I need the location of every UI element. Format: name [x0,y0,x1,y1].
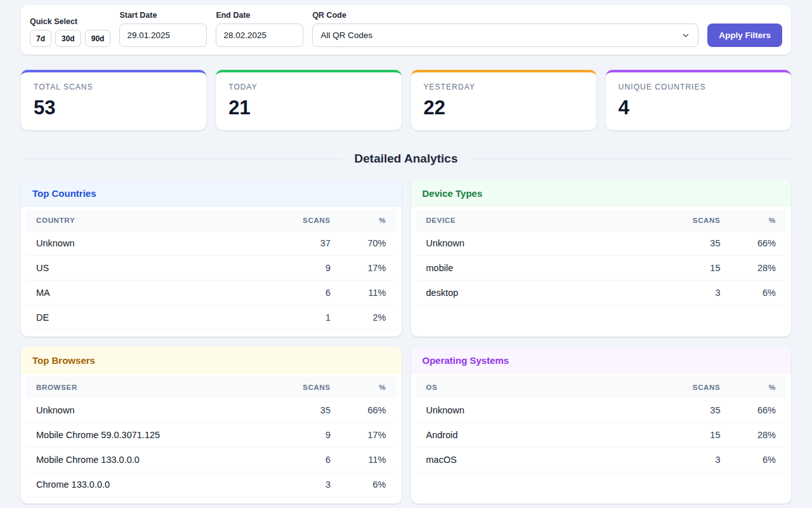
filter-bar: Quick Select 7d 30d 90d Start Date End D… [21,5,791,55]
table-row: Unknown3770% [26,231,396,256]
table-cell: 6% [341,472,396,497]
table-cell: Unknown [416,231,642,256]
quick-90d-button[interactable]: 90d [85,30,111,47]
table-cell: 1 [252,305,341,330]
table-row: Chrome 133.0.0.036% [26,472,396,497]
table-cell: 11% [341,281,396,305]
stat-value: 22 [424,98,584,117]
table-cell: 3 [641,448,730,472]
column-header: OS [416,377,642,398]
table-cell: 28% [730,256,786,281]
quick-select-group: Quick Select 7d 30d 90d [30,17,110,47]
table-header-row: BROWSERSCANS% [26,377,396,398]
table-cell: 15 [641,256,730,281]
table-card-top-browsers: Top Browsers BROWSERSCANS% Unknown3566%M… [21,347,402,504]
table-header-row: COUNTRYSCANS% [26,210,396,231]
table-cell: DE [26,305,252,330]
table-header-row: OSSCANS% [416,377,787,398]
table-card-header: Top Browsers [21,347,402,374]
top-browsers-table: BROWSERSCANS% Unknown3566%Mobile Chrome … [26,377,396,497]
qr-code-selected-value: All QR Codes [320,30,372,40]
table-card-top-countries: Top Countries COUNTRYSCANS% Unknown3770%… [21,180,402,337]
stat-card-today: TODAY 21 [216,70,401,130]
table-card-body: DEVICESCANS% Unknown3566%mobile1528%desk… [411,207,792,312]
column-header: % [341,210,396,231]
table-cell: MA [26,281,252,305]
table-card-title: Device Types [422,188,780,199]
table-cell: Mobile Chrome 59.0.3071.125 [26,423,252,448]
table-card-body: BROWSERSCANS% Unknown3566%Mobile Chrome … [21,374,402,504]
table-row: Unknown3566% [416,398,787,423]
operating-systems-table: OSSCANS% Unknown3566%Android1528%macOS36… [416,377,787,472]
table-cell: 35 [641,231,730,256]
device-types-table: DEVICESCANS% Unknown3566%mobile1528%desk… [416,210,787,305]
end-date-input[interactable] [216,23,303,47]
qr-code-label: QR Code [312,11,698,20]
table-row: Unknown3566% [416,231,787,256]
table-cell: 28% [730,423,786,448]
section-title: Detailed Analytics [355,152,458,166]
table-row: macOS36% [416,448,787,472]
table-card-header: Device Types [411,180,792,207]
column-header: SCANS [252,377,341,398]
divider-line [470,159,791,159]
table-cell: 37 [252,231,341,256]
stat-value: 53 [34,98,193,117]
table-cell: 3 [252,472,341,497]
table-cell: Unknown [416,398,642,423]
stat-label: TOTAL SCANS [34,83,193,91]
table-cell: 66% [730,231,786,256]
table-card-header: Operating Systems [411,347,792,374]
stats-row: TOTAL SCANS 53 TODAY 21 YESTERDAY 22 UNI… [21,70,791,130]
start-date-input[interactable] [119,23,207,47]
table-cell: US [26,256,252,281]
stat-label: YESTERDAY [424,83,584,91]
column-header: % [730,210,786,231]
divider-line [21,159,342,159]
qr-code-select[interactable]: All QR Codes [312,23,698,47]
apply-filters-button[interactable]: Apply Filters [707,23,782,47]
table-card-device-types: Device Types DEVICESCANS% Unknown3566%mo… [411,180,792,337]
quick-7d-button[interactable]: 7d [30,30,51,47]
table-cell: mobile [416,256,642,281]
table-cell: 6 [252,281,341,305]
quick-30d-button[interactable]: 30d [55,30,81,47]
quick-select-buttons: 7d 30d 90d [30,30,110,47]
column-header: COUNTRY [26,210,252,231]
stat-card-yesterday: YESTERDAY 22 [411,70,596,130]
qr-code-group: QR Code All QR Codes [312,11,698,47]
column-header: % [730,377,786,398]
table-cell: 66% [730,398,786,423]
table-cell: 6 [252,448,341,472]
table-card-title: Top Countries [32,188,390,199]
table-cell: 11% [341,448,396,472]
table-cell: macOS [416,448,642,472]
table-row: Android1528% [416,423,787,448]
stat-card-unique-countries: UNIQUE COUNTRIES 4 [606,70,791,130]
table-cell: Unknown [26,398,252,423]
table-cell: 17% [341,256,396,281]
stat-label: TODAY [228,83,388,91]
chevron-down-icon [681,31,690,40]
stat-value: 4 [619,98,778,117]
end-date-label: End Date [216,11,303,20]
table-card-header: Top Countries [21,180,402,207]
detailed-analytics-divider: Detailed Analytics [21,152,791,166]
table-cell: 15 [641,423,730,448]
table-cell: desktop [416,281,642,305]
table-card-body: OSSCANS% Unknown3566%Android1528%macOS36… [411,374,792,479]
table-cell: Unknown [26,231,252,256]
table-card-title: Top Browsers [32,355,390,366]
quick-select-label: Quick Select [30,17,110,26]
table-row: Mobile Chrome 59.0.3071.125917% [26,423,396,448]
table-row: Mobile Chrome 133.0.0.0611% [26,448,396,472]
table-row: Unknown3566% [26,398,396,423]
table-row: DE12% [26,305,396,330]
column-header: DEVICE [416,210,642,231]
tables-grid: Top Countries COUNTRYSCANS% Unknown3770%… [21,180,791,504]
top-countries-table: COUNTRYSCANS% Unknown3770%US917%MA611%DE… [26,210,396,330]
table-card-operating-systems: Operating Systems OSSCANS% Unknown3566%A… [411,347,792,504]
stat-label: UNIQUE COUNTRIES [619,83,778,91]
column-header: SCANS [641,210,730,231]
table-cell: Mobile Chrome 133.0.0.0 [26,448,252,472]
